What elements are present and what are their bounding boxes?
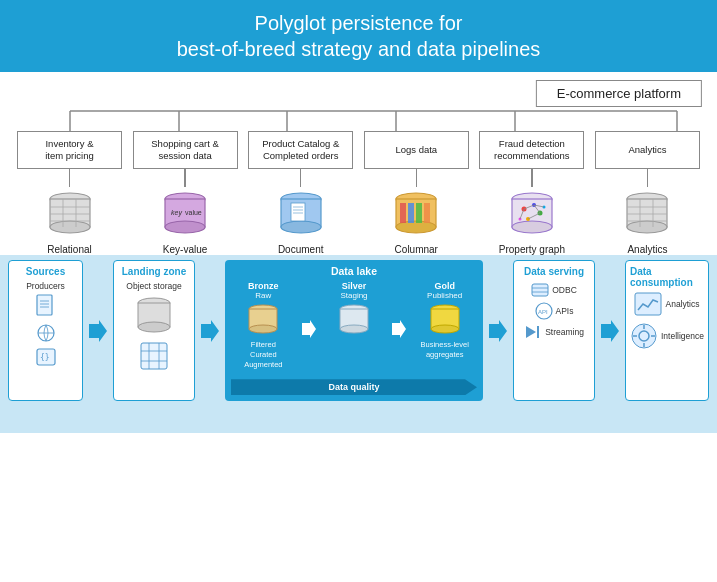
- db-icon-document: [275, 189, 327, 241]
- db-columnar: Columnar: [390, 189, 442, 255]
- connector-svg: [15, 109, 702, 131]
- db-label-analytics: Analytics: [627, 244, 667, 255]
- page-header: Polyglot persistence for best-of-breed s…: [0, 0, 717, 72]
- arrow-icon-5: [489, 316, 507, 346]
- svg-point-22: [281, 221, 321, 233]
- svg-rect-68: [141, 343, 167, 369]
- db-keyvalue: key value Key-value: [159, 189, 211, 255]
- category-box-analytics: Analytics: [595, 131, 700, 169]
- svg-point-9: [50, 221, 90, 233]
- gold-label: Gold: [434, 281, 455, 291]
- sources-doc-icon: [35, 294, 57, 320]
- svg-rect-94: [635, 293, 661, 315]
- landing-object-storage: Object storage: [126, 281, 181, 291]
- bronze-col: Bronze Raw FilteredCuratedAugmented: [231, 281, 296, 369]
- arrow-icon-1: [89, 316, 107, 346]
- arrow-landing-lake: [199, 260, 221, 401]
- pipeline-wrapper: Sources Producers: [8, 260, 709, 433]
- data-lake-title: Data lake: [231, 265, 477, 277]
- svg-text:API: API: [538, 309, 548, 315]
- arrow-bronze-silver: [302, 281, 316, 369]
- odbc-item: ODBC: [531, 281, 577, 299]
- streaming-label: Streaming: [545, 327, 584, 337]
- db-label-columnar: Columnar: [395, 244, 438, 255]
- svg-marker-64: [89, 320, 107, 342]
- svg-marker-81: [392, 320, 406, 338]
- svg-text:{}: {}: [40, 353, 50, 362]
- data-lake-cols: Bronze Raw FilteredCuratedAugmented: [231, 281, 477, 369]
- silver-sublabel: Staging: [340, 291, 367, 300]
- svg-point-67: [138, 322, 170, 332]
- streaming-item: Streaming: [524, 323, 584, 341]
- data-serving-section: Data serving ODBC API APIs: [513, 260, 595, 401]
- data-quality-label: Data quality: [328, 382, 379, 392]
- category-box-propertygraph: Fraud detectionrecommendations: [479, 131, 584, 169]
- svg-rect-56: [37, 295, 52, 315]
- svg-marker-85: [489, 320, 507, 342]
- svg-rect-32: [416, 203, 422, 223]
- svg-text:key: key: [171, 209, 182, 217]
- db-icon-analytics: [621, 189, 673, 241]
- gold-col: Gold Published Business-levelaggregates: [412, 281, 477, 369]
- db-analytics: Analytics: [621, 189, 673, 255]
- svg-point-36: [512, 221, 552, 233]
- silver-db-icon: [336, 302, 372, 338]
- sources-producers: Producers: [26, 281, 65, 291]
- db-icon-relational: [44, 189, 96, 241]
- bronze-db-icon: [245, 302, 281, 338]
- data-consumption-title: Data consumption: [630, 266, 704, 288]
- streaming-icon: [524, 323, 542, 341]
- svg-rect-86: [532, 284, 548, 296]
- svg-point-17: [165, 221, 205, 233]
- silver-col: Silver Staging: [322, 281, 387, 369]
- odbc-icon: [531, 281, 549, 299]
- category-document: Product Catalog &Completed orders Docume…: [248, 131, 353, 255]
- category-relational: Inventory &item pricing Relationa: [17, 131, 122, 255]
- landing-zone-title: Landing zone: [122, 266, 186, 277]
- consumption-analytics-label: Analytics: [665, 299, 699, 309]
- data-quality-arrow: Data quality: [231, 379, 477, 395]
- consumption-analytics-icon: [634, 292, 662, 316]
- top-diagram: E-commerce platform Inventory &item pric…: [0, 72, 717, 255]
- apis-label: APIs: [556, 306, 574, 316]
- sources-section: Sources Producers: [8, 260, 83, 401]
- silver-label: Silver: [342, 281, 367, 291]
- arrow-silver-gold: [392, 281, 406, 369]
- db-propertygraph: Property graph: [499, 189, 565, 255]
- svg-marker-91: [526, 326, 536, 338]
- bronze-sublabel: Raw: [255, 291, 271, 300]
- svg-point-80: [340, 325, 368, 333]
- category-box-columnar: Logs data: [364, 131, 469, 169]
- sources-title: Sources: [26, 266, 65, 277]
- svg-rect-23: [291, 203, 305, 221]
- arrow-icon-2: [201, 316, 219, 346]
- svg-marker-77: [302, 320, 316, 338]
- category-propertygraph: Fraud detectionrecommendations: [479, 131, 584, 255]
- category-box-relational: Inventory &item pricing: [17, 131, 122, 169]
- svg-rect-33: [424, 203, 430, 223]
- db-document: Document: [275, 189, 327, 255]
- db-label-relational: Relational: [47, 244, 91, 255]
- arrow-icon-6: [601, 316, 619, 346]
- ecommerce-box: E-commerce platform: [536, 80, 702, 107]
- svg-marker-73: [201, 320, 219, 342]
- vert-line-propertygraph: [531, 169, 533, 187]
- landing-storage-icon: [135, 295, 173, 337]
- svg-marker-93: [601, 320, 619, 342]
- vert-line-columnar: [416, 169, 418, 187]
- page-container: Polyglot persistence for best-of-breed s…: [0, 0, 717, 433]
- landing-grid-icon: [139, 341, 169, 371]
- sources-network-icon: [35, 322, 57, 344]
- bronze-label: Bronze: [248, 281, 279, 291]
- arrow-lake-serving: [487, 260, 509, 401]
- data-lake-section: Data lake Bronze Raw FilteredCuratedAugm…: [225, 260, 483, 401]
- db-label-keyvalue: Key-value: [163, 244, 207, 255]
- ecommerce-label: E-commerce platform: [557, 86, 681, 101]
- arrow-sources-landing: [87, 260, 109, 401]
- gold-sublabel: Published: [427, 291, 462, 300]
- data-serving-title: Data serving: [524, 266, 584, 277]
- db-icon-propertygraph: [506, 189, 558, 241]
- sources-code-icon: {}: [35, 346, 57, 368]
- odbc-label: ODBC: [552, 285, 577, 295]
- categories-row: Inventory &item pricing Relationa: [15, 131, 702, 255]
